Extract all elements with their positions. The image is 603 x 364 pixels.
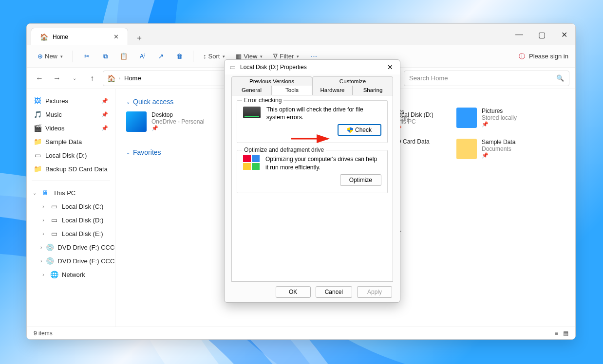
item-subtitle: Documents xyxy=(482,146,515,152)
item-subtitle: OneDrive - Personal xyxy=(151,118,205,125)
item-count: 9 items xyxy=(34,330,53,337)
nav-forward-button[interactable]: → xyxy=(50,72,64,85)
video-icon: 🎬 xyxy=(34,124,41,132)
copy-button[interactable]: ⧉ xyxy=(97,49,113,64)
cancel-button[interactable]: Cancel xyxy=(316,286,352,298)
pin-icon: 📌 xyxy=(151,125,205,131)
pin-icon: 📌 xyxy=(482,152,515,159)
sidebar-item[interactable]: 🎵 Music 📌 xyxy=(30,108,112,121)
maximize-button[interactable]: ▢ xyxy=(530,24,553,45)
breadcrumb[interactable]: Home xyxy=(124,74,141,82)
drive-icon: ▭ xyxy=(50,202,58,210)
net-icon: 🌐 xyxy=(50,271,58,278)
new-button[interactable]: ⊕ New▾ xyxy=(34,49,67,64)
chevron-right-icon[interactable]: › xyxy=(40,272,46,277)
tab-previous-versions[interactable]: Previous Versions xyxy=(231,76,312,86)
sidebar-item[interactable]: 🖼 Pictures 📌 xyxy=(30,94,112,108)
pin-icon: 📌 xyxy=(482,121,517,127)
search-icon: 🔍 xyxy=(556,74,564,82)
sidebar-tree-item[interactable]: › 🌐 Network xyxy=(30,268,112,281)
tab-sharing[interactable]: Sharing xyxy=(353,86,393,95)
dvd-icon: 💿 xyxy=(46,243,54,251)
drive-icon xyxy=(243,107,261,118)
sidebar-this-pc[interactable]: ⌄ 🖥 This PC xyxy=(30,186,112,200)
sidebar-item-label: Local Disk (E:) xyxy=(62,230,103,237)
sidebar-item-label: Pictures xyxy=(45,97,68,105)
drive-icon: ▭ xyxy=(34,151,41,159)
sidebar: 🖼 Pictures 📌🎵 Music 📌🎬 Videos 📌📁 Sample … xyxy=(27,89,115,327)
item-subtitle: Stored locally xyxy=(482,114,517,121)
dialog-titlebar: ▭ Local Disk (D:) Properties ✕ xyxy=(225,60,400,74)
window-tab-home[interactable]: 🏠 Home ✕ xyxy=(31,28,128,45)
sidebar-tree-item[interactable]: › ▭ Local Disk (C:) xyxy=(30,200,112,213)
dialog-close-button[interactable]: ✕ xyxy=(384,61,396,73)
dvd-icon: 💿 xyxy=(46,257,54,265)
quick-access-item[interactable]: Desktop OneDrive - Personal 📌 xyxy=(126,111,219,132)
tab-tools[interactable]: Tools xyxy=(272,86,312,95)
details-view-icon[interactable]: ≡ xyxy=(555,330,558,337)
cut-button[interactable]: ✂ xyxy=(79,49,94,64)
item-title: Sample Data xyxy=(482,139,515,146)
delete-button[interactable]: 🗑 xyxy=(171,49,187,64)
sidebar-item[interactable]: ▭ Local Disk (D:) xyxy=(30,148,112,162)
pin-icon: 📌 xyxy=(101,98,108,104)
tab-general[interactable]: General xyxy=(231,86,272,95)
tab-customize[interactable]: Customize xyxy=(312,76,393,86)
ok-button[interactable]: OK xyxy=(276,286,311,298)
folder-icon: 📁 xyxy=(34,138,41,146)
sidebar-item-label: DVD Drive (F:) CCCOM xyxy=(57,244,115,251)
minimize-button[interactable]: — xyxy=(508,24,530,45)
alert-icon: ⓘ xyxy=(519,52,525,61)
chevron-down-icon[interactable]: ⌄ xyxy=(32,190,38,196)
paste-button[interactable]: 📋 xyxy=(116,49,132,64)
sidebar-divider xyxy=(32,181,110,181)
drive-icon: ▭ xyxy=(228,63,236,71)
search-input[interactable]: Search Home 🔍 xyxy=(404,71,569,86)
pin-icon: 📌 xyxy=(101,111,108,118)
music-icon: 🎵 xyxy=(34,110,41,118)
sidebar-item[interactable]: 📁 Backup SD Card Data xyxy=(30,162,112,176)
sidebar-item-label: Local Disk (C:) xyxy=(62,203,103,210)
dialog-footer: OK Cancel Apply xyxy=(225,282,400,302)
item-thumb xyxy=(456,108,477,128)
chevron-right-icon[interactable]: › xyxy=(40,204,46,209)
error-check-text: This option will check the drive for fil… xyxy=(266,106,381,121)
optimize-button[interactable]: Optimize xyxy=(340,174,381,186)
close-window-button[interactable]: ✕ xyxy=(553,24,575,45)
sidebar-tree-item[interactable]: › 💿 DVD Drive (F:) CCCOM xyxy=(30,254,112,268)
chevron-right-icon[interactable]: › xyxy=(40,218,46,223)
sidebar-tree-item[interactable]: › 💿 DVD Drive (F:) CCCOM xyxy=(30,240,112,254)
sidebar-tree-item[interactable]: › ▭ Local Disk (E:) xyxy=(30,227,112,240)
sidebar-tree-item[interactable]: › ▭ Local Disk (D:) xyxy=(30,213,112,227)
thumbnails-view-icon[interactable]: ▦ xyxy=(563,330,568,337)
sidebar-item-label: Network xyxy=(62,271,85,278)
sidebar-item-label: Videos xyxy=(45,125,65,132)
share-button[interactable]: ↗ xyxy=(153,49,169,64)
apply-button[interactable]: Apply xyxy=(357,286,392,298)
quick-access-item[interactable]: Sample Data Documents 📌 xyxy=(456,139,559,159)
shield-icon xyxy=(347,127,353,133)
dialog-title: Local Disk (D:) Properties xyxy=(240,64,307,71)
tab-hardware[interactable]: Hardware xyxy=(312,86,353,95)
new-tab-button[interactable]: ＋ xyxy=(131,31,148,45)
tab-close-icon[interactable]: ✕ xyxy=(113,33,119,40)
rename-button[interactable]: Aⁱ xyxy=(134,49,150,64)
status-bar: 9 items ≡ ▦ xyxy=(27,327,575,339)
group-title: Error checking xyxy=(242,97,283,104)
sidebar-item[interactable]: 📁 Sample Data xyxy=(30,135,112,148)
nav-back-button[interactable]: ← xyxy=(33,72,46,85)
toolbar-divider xyxy=(193,51,193,62)
chevron-right-icon[interactable]: › xyxy=(40,245,42,250)
chevron-right-icon[interactable]: › xyxy=(40,231,46,237)
item-title: Desktop xyxy=(151,111,205,118)
check-button[interactable]: Check xyxy=(338,124,381,136)
sidebar-item-label: Local Disk (D:) xyxy=(62,217,103,224)
nav-recent-button[interactable]: ⌄ xyxy=(68,72,81,85)
chevron-right-icon[interactable]: › xyxy=(40,258,42,264)
sign-in-prompt[interactable]: ⓘ Please sign in xyxy=(519,52,568,61)
quick-access-item[interactable]: Pictures Stored locally 📌 xyxy=(456,108,559,128)
nav-up-button[interactable]: ↑ xyxy=(85,72,99,85)
sidebar-item[interactable]: 🎬 Videos 📌 xyxy=(30,121,112,135)
pic-icon: 🖼 xyxy=(34,97,41,105)
home-icon: 🏠 xyxy=(107,74,115,82)
